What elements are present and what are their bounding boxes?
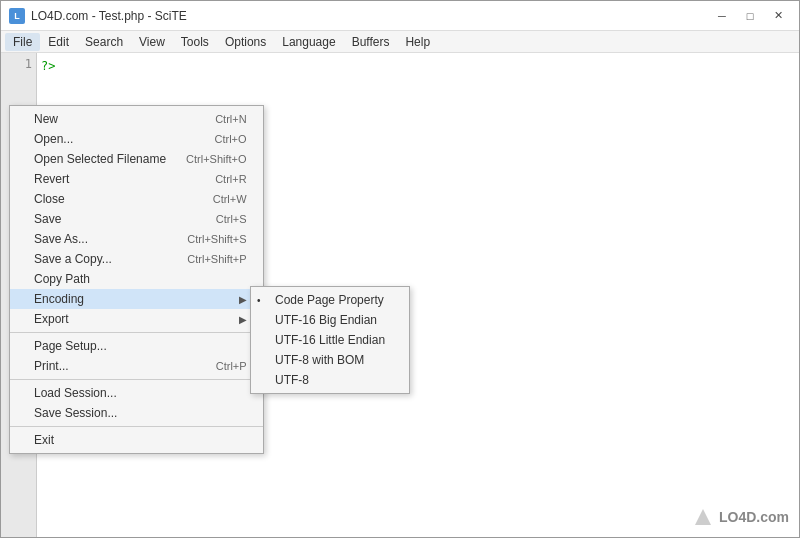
menu-help[interactable]: Help bbox=[397, 33, 438, 51]
menu-tools[interactable]: Tools bbox=[173, 33, 217, 51]
watermark-text: LO4D.com bbox=[719, 509, 789, 525]
submenu-item-utf8[interactable]: UTF-8 bbox=[251, 370, 409, 390]
menu-options[interactable]: Options bbox=[217, 33, 274, 51]
menu-item-save[interactable]: Save Ctrl+S bbox=[10, 209, 263, 229]
check-icon: • bbox=[257, 295, 261, 306]
svg-marker-0 bbox=[695, 509, 711, 525]
editor-area: 1 ?> New Ctrl+N Open... Ctrl+O Open Sele… bbox=[1, 53, 799, 537]
menu-file[interactable]: File bbox=[5, 33, 40, 51]
minimize-button[interactable]: ─ bbox=[709, 6, 735, 26]
title-bar: L LO4D.com - Test.php - SciTE ─ □ ✕ bbox=[1, 1, 799, 31]
menu-item-close[interactable]: Close Ctrl+W bbox=[10, 189, 263, 209]
menu-bar: File Edit Search View Tools Options Lang… bbox=[1, 31, 799, 53]
submenu-item-utf16be[interactable]: UTF-16 Big Endian bbox=[251, 310, 409, 330]
menu-item-load-session[interactable]: Load Session... bbox=[10, 383, 263, 403]
menu-item-print[interactable]: Print... Ctrl+P bbox=[10, 356, 263, 376]
watermark-icon bbox=[691, 505, 715, 529]
menu-search[interactable]: Search bbox=[77, 33, 131, 51]
window-controls: ─ □ ✕ bbox=[709, 6, 791, 26]
menu-item-page-setup[interactable]: Page Setup... bbox=[10, 336, 263, 356]
submenu-item-utf8bom[interactable]: UTF-8 with BOM bbox=[251, 350, 409, 370]
menu-item-open[interactable]: Open... Ctrl+O bbox=[10, 129, 263, 149]
watermark: LO4D.com bbox=[691, 505, 789, 529]
menu-item-copy-path[interactable]: Copy Path bbox=[10, 269, 263, 289]
menu-item-save-copy[interactable]: Save a Copy... Ctrl+Shift+P bbox=[10, 249, 263, 269]
menu-edit[interactable]: Edit bbox=[40, 33, 77, 51]
submenu-item-codepage[interactable]: • Code Page Property bbox=[251, 290, 409, 310]
app-window: L LO4D.com - Test.php - SciTE ─ □ ✕ File… bbox=[0, 0, 800, 538]
menu-item-exit[interactable]: Exit bbox=[10, 430, 263, 450]
menu-language[interactable]: Language bbox=[274, 33, 343, 51]
menu-item-open-selected[interactable]: Open Selected Filename Ctrl+Shift+O bbox=[10, 149, 263, 169]
app-icon: L bbox=[9, 8, 25, 24]
encoding-submenu: • Code Page Property UTF-16 Big Endian U… bbox=[250, 286, 410, 394]
menu-item-revert[interactable]: Revert Ctrl+R bbox=[10, 169, 263, 189]
menu-item-encoding[interactable]: Encoding ▶ • Code Page Property UTF-16 B… bbox=[10, 289, 263, 309]
separator-3 bbox=[10, 426, 263, 427]
file-menu-dropdown: New Ctrl+N Open... Ctrl+O Open Selected … bbox=[9, 105, 264, 454]
menu-item-export[interactable]: Export ▶ bbox=[10, 309, 263, 329]
menu-item-save-session[interactable]: Save Session... bbox=[10, 403, 263, 423]
title-bar-left: L LO4D.com - Test.php - SciTE bbox=[9, 8, 187, 24]
maximize-button[interactable]: □ bbox=[737, 6, 763, 26]
menu-item-save-as[interactable]: Save As... Ctrl+Shift+S bbox=[10, 229, 263, 249]
separator-1 bbox=[10, 332, 263, 333]
window-title: LO4D.com - Test.php - SciTE bbox=[31, 9, 187, 23]
close-button[interactable]: ✕ bbox=[765, 6, 791, 26]
separator-2 bbox=[10, 379, 263, 380]
submenu-item-utf16le[interactable]: UTF-16 Little Endian bbox=[251, 330, 409, 350]
editor-content[interactable]: ?> bbox=[1, 53, 799, 79]
menu-view[interactable]: View bbox=[131, 33, 173, 51]
menu-item-new[interactable]: New Ctrl+N bbox=[10, 109, 263, 129]
menu-buffers[interactable]: Buffers bbox=[344, 33, 398, 51]
